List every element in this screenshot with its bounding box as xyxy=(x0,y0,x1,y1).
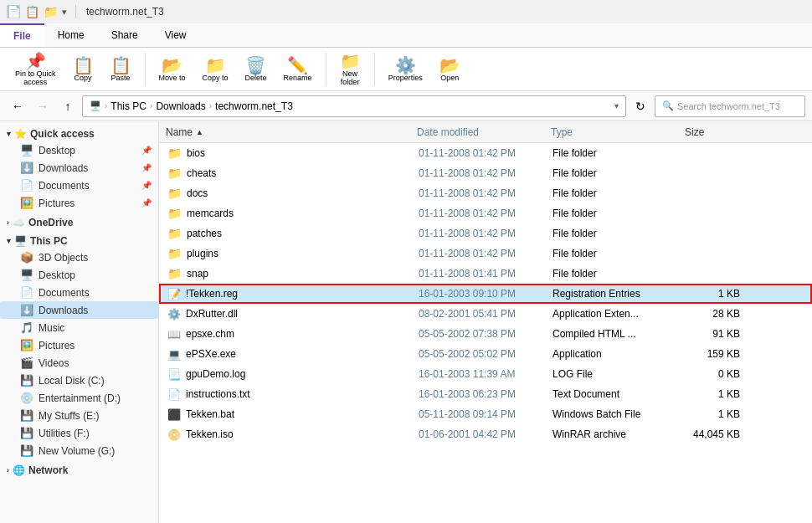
table-row[interactable]: 📁plugins 01-11-2008 01:42 PM File folder xyxy=(159,244,812,264)
this-pc-header[interactable]: ▾ 🖥️ This PC xyxy=(0,232,158,249)
new-folder-btn[interactable]: 📁 Newfolder xyxy=(333,49,367,90)
tab-view[interactable]: View xyxy=(152,23,200,47)
sidebar-item-pc-downloads[interactable]: ⬇️ Downloads xyxy=(0,301,158,319)
sidebar-drive-e[interactable]: 💾 My Stuffs (E:) xyxy=(0,407,158,424)
copy-btn[interactable]: 📋 Copy xyxy=(66,54,100,85)
folder-icon: 📁 xyxy=(167,187,182,200)
this-pc-label: This PC xyxy=(30,235,68,247)
table-row[interactable]: 💻ePSXe.exe 05-05-2002 05:02 PM Applicati… xyxy=(159,344,812,364)
table-row[interactable]: 📝!Tekken.reg 16-01-2003 09:10 PM Registr… xyxy=(159,284,812,304)
main-layout: ▾ ⭐ Quick access 🖥️ Desktop 📌 ⬇️ Downloa… xyxy=(0,121,812,523)
sidebar-drive-f[interactable]: 💾 Utilities (F:) xyxy=(0,424,158,442)
address-bar: ← → ↑ 🖥️ › This PC › Downloads › techwor… xyxy=(0,91,812,121)
search-icon: 🔍 xyxy=(662,100,674,111)
tab-file[interactable]: File xyxy=(0,23,44,47)
onedrive-header[interactable]: › ☁️ OneDrive xyxy=(0,213,158,230)
rename-btn[interactable]: ✏️ Rename xyxy=(277,54,319,85)
table-row[interactable]: 📖epsxe.chm 05-05-2002 07:38 PM Compiled … xyxy=(159,324,812,344)
ribbon-bar: 📌 Pin to Quickaccess 📋 Copy 📋 Paste 📂 Mo… xyxy=(0,48,812,91)
forward-button[interactable]: → xyxy=(32,95,54,117)
quick-access-header[interactable]: ▾ ⭐ Quick access xyxy=(0,125,158,141)
back-button[interactable]: ← xyxy=(7,95,28,117)
sidebar-item-music[interactable]: 🎵 Music xyxy=(0,319,158,336)
ribbon-divider-3 xyxy=(374,53,375,86)
move-icon: 📂 xyxy=(162,57,182,74)
folder-icon: 📁 xyxy=(167,267,182,280)
address-path[interactable]: 🖥️ › This PC › Downloads › techworm.net_… xyxy=(82,95,626,117)
title-icon-new: 📄 xyxy=(7,5,20,18)
sidebar-item-videos[interactable]: 🎬 Videos xyxy=(0,354,158,372)
copy-to-btn[interactable]: 📁 Copy to xyxy=(196,54,235,85)
paste-btn[interactable]: 📋 Paste xyxy=(104,54,138,85)
table-row[interactable]: 📁cheats 01-11-2008 01:42 PM File folder xyxy=(159,163,812,183)
col-header-size[interactable]: Size xyxy=(678,126,745,138)
open-icon: 📂 xyxy=(439,57,460,74)
tab-share[interactable]: Share xyxy=(98,23,152,47)
sidebar-item-pc-pictures[interactable]: 🖼️ Pictures xyxy=(0,336,158,354)
table-row[interactable]: 📀Tekken.iso 01-06-2001 04:42 PM WinRAR a… xyxy=(159,424,812,444)
sidebar-item-pictures[interactable]: 🖼️ Pictures 📌 xyxy=(0,194,158,212)
sidebar-pc-downloads-label: Downloads xyxy=(39,305,88,316)
chm-icon: 📖 xyxy=(167,328,181,341)
ribbon-divider-1 xyxy=(145,53,146,86)
sidebar-pc-pictures-label: Pictures xyxy=(39,340,75,351)
sidebar-item-desktop[interactable]: 🖥️ Desktop 📌 xyxy=(0,141,158,159)
sidebar-item-pc-documents[interactable]: 📄 Documents xyxy=(0,284,158,301)
delete-btn[interactable]: 🗑️ Delete xyxy=(239,54,274,85)
onedrive-arrow: › xyxy=(7,218,9,227)
table-row[interactable]: 📁snap 01-11-2008 01:41 PM File folder xyxy=(159,264,812,284)
this-pc-icon: 🖥️ xyxy=(14,235,27,247)
drive-f-label: Utilities (F:) xyxy=(39,428,90,439)
table-row[interactable]: 📁bios 01-11-2008 01:42 PM File folder xyxy=(159,143,812,163)
path-part-2[interactable]: Downloads xyxy=(156,100,205,112)
folder-icon: 📁 xyxy=(167,207,182,220)
table-row[interactable]: 📃gpuDemo.log 16-01-2003 11:39 AM LOG Fil… xyxy=(159,364,812,384)
file-pane: Name ▲ Date modified Type Size 📁bios 01-… xyxy=(159,121,812,523)
sidebar-drive-d[interactable]: 💿 Entertainment (D:) xyxy=(0,389,158,407)
pin-quick-access-btn[interactable]: 📌 Pin to Quickaccess xyxy=(8,49,63,90)
properties-btn[interactable]: ⚙️ Properties xyxy=(382,54,429,85)
table-row[interactable]: 📁patches 01-11-2008 01:42 PM File folder xyxy=(159,223,812,244)
file-header: Name ▲ Date modified Type Size xyxy=(159,121,812,143)
table-row[interactable]: ⬛Tekken.bat 05-11-2008 09:14 PM Windows … xyxy=(159,404,812,424)
desktop-folder-icon: 🖥️ xyxy=(20,144,33,156)
col-header-name[interactable]: Name ▲ xyxy=(159,126,410,138)
table-row[interactable]: 📁docs 01-11-2008 01:42 PM File folder xyxy=(159,183,812,203)
path-part-1[interactable]: This PC xyxy=(110,100,146,112)
title-icon-folder: 📁 xyxy=(44,5,57,18)
onedrive-label: OneDrive xyxy=(28,217,73,228)
exe-icon: 💻 xyxy=(167,348,181,361)
drive-c-label: Local Disk (C:) xyxy=(39,375,105,387)
search-box[interactable]: 🔍 Search techworm.net_T3 xyxy=(655,95,805,117)
sidebar-item-3dobjects[interactable]: 📦 3D Objects xyxy=(0,249,158,266)
sidebar-videos-label: Videos xyxy=(39,357,69,369)
path-part-3[interactable]: techworm.net_T3 xyxy=(215,100,293,112)
new-folder-icon: 📁 xyxy=(340,53,361,69)
sidebar-music-label: Music xyxy=(39,322,64,334)
documents-folder-icon: 📄 xyxy=(20,179,33,192)
sidebar-item-documents[interactable]: 📄 Documents 📌 xyxy=(0,177,158,194)
network-header[interactable]: › 🌐 Network xyxy=(0,461,158,478)
sidebar-drive-c[interactable]: 💾 Local Disk (C:) xyxy=(0,372,158,389)
music-icon: 🎵 xyxy=(20,321,33,334)
up-button[interactable]: ↑ xyxy=(57,95,79,117)
col-header-type[interactable]: Type xyxy=(544,126,678,138)
sidebar-item-downloads[interactable]: ⬇️ Downloads 📌 xyxy=(0,159,158,177)
search-placeholder: Search techworm.net_T3 xyxy=(677,101,780,111)
col-header-date[interactable]: Date modified xyxy=(410,126,544,138)
this-pc-arrow: ▾ xyxy=(7,237,11,245)
quick-access-label: Quick access xyxy=(30,128,95,140)
sidebar-drive-g[interactable]: 💾 New Volume (G:) xyxy=(0,442,158,459)
table-row[interactable]: 📁memcards 01-11-2008 01:42 PM File folde… xyxy=(159,203,812,223)
move-to-btn[interactable]: 📂 Move to xyxy=(152,54,193,85)
ribbon: File Home Share View xyxy=(0,23,812,48)
network-icon: 🌐 xyxy=(13,464,25,476)
sidebar-item-pc-desktop[interactable]: 🖥️ Desktop xyxy=(0,266,158,284)
open-btn[interactable]: 📂 Open xyxy=(433,54,467,85)
refresh-button[interactable]: ↻ xyxy=(630,95,651,117)
tab-home[interactable]: Home xyxy=(44,23,98,47)
pc-documents-icon: 📄 xyxy=(20,286,33,299)
table-row[interactable]: ⚙️DxRutter.dll 08-02-2001 05:41 PM Appli… xyxy=(159,304,812,324)
path-dropdown-icon[interactable]: ▾ xyxy=(614,101,619,110)
table-row[interactable]: 📄instructions.txt 16-01-2003 06:23 PM Te… xyxy=(159,384,812,404)
